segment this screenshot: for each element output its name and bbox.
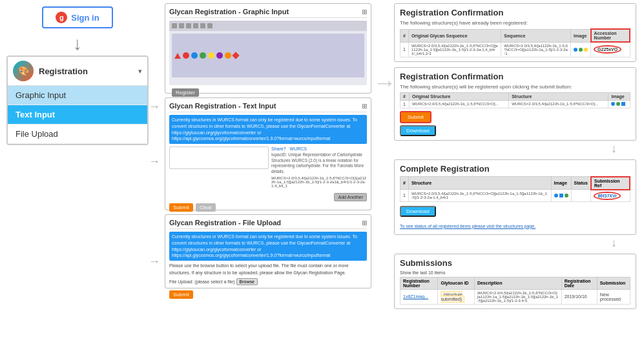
row-num2: 1 xyxy=(400,100,410,108)
reg-conf2-download-button[interactable]: Download xyxy=(400,125,436,136)
sub-glyid: (structure submitted) xyxy=(438,289,474,304)
sub-col-sub: Submission xyxy=(597,277,630,289)
col-sequence: Sequence xyxy=(501,29,571,42)
left-panel: g Sign in ↓ 🎨 Registration ▾ Graphic Inp… xyxy=(6,6,149,145)
col-image: Image xyxy=(571,29,591,42)
sub-desc: WURCS=2.0/4,5/[a2122h-1b_1-5,6*NCC/3=O][… xyxy=(474,289,561,304)
text-input-field[interactable] xyxy=(169,146,269,169)
col-c-image: Image xyxy=(551,177,571,190)
middle-column: Glycan Registration - Graphic Input ⊞ xyxy=(165,3,371,288)
reg-conf2-subtitle: The following structure(s) will be regis… xyxy=(400,84,630,90)
dot-green xyxy=(579,48,583,52)
row-sequence: WURCS=2.0/3,5,4/[a1122h-1b_1-5,6*NCC/3=O… xyxy=(501,42,571,57)
c-row-num: 1 xyxy=(400,190,409,202)
shape-circle-green xyxy=(200,52,206,59)
reg-num-link[interactable]: 1x8Z1mag... xyxy=(403,294,428,299)
graphic-toolbar xyxy=(169,21,367,31)
iupac-note: IupacID: Unique Representation of Carboh… xyxy=(271,152,367,174)
text-input-panel: Glycan Registration - Text Input ⊞ Curre… xyxy=(165,97,371,210)
col-num2: # xyxy=(400,92,410,100)
c-row-image xyxy=(551,190,571,202)
file-instructions: Please use the browse button to select y… xyxy=(169,263,367,276)
complete-reg-download-button[interactable]: Download xyxy=(400,206,436,217)
row-original2: WURCS=2.0/3,5,4/[a2122h-1b_1-5,6*NCC/3=O… xyxy=(409,100,508,108)
text-notice: Currently structures in WURCS format can… xyxy=(169,115,367,144)
shape-circle-orange xyxy=(225,52,231,59)
file-label: File Upload: (please select a file) Brow… xyxy=(169,278,367,285)
sub-col-desc: Description xyxy=(474,277,561,289)
col-original: Original Glycan Sequence xyxy=(408,29,501,42)
dot-yellow xyxy=(584,48,588,52)
reg-conf2-submit-button[interactable]: Submit xyxy=(400,111,431,123)
graphic-register-button[interactable]: Register xyxy=(172,88,199,97)
text-panel-title: Glycan Registration - Text Input ⊞ xyxy=(169,102,367,112)
nav-dropdown-icon[interactable]: ▾ xyxy=(138,67,142,76)
nav-item-text[interactable]: Text Input xyxy=(8,105,147,125)
nav-item-graphic[interactable]: Graphic Input xyxy=(8,86,147,105)
col-c-num: # xyxy=(400,177,409,190)
row-accession: G225xVO xyxy=(591,42,630,57)
row-num: 1 xyxy=(400,42,409,57)
shape-circle-red xyxy=(183,52,189,59)
graphic-canvas xyxy=(172,34,364,77)
file-upload-panel: Glycan Registration - File Upload ⊞ Curr… xyxy=(165,214,371,288)
col-accession: Accession Number xyxy=(591,29,630,42)
complete-reg-title: Complete Registration xyxy=(400,164,630,174)
c-img-dot xyxy=(554,194,558,197)
toolbar-btn-2[interactable] xyxy=(179,23,184,28)
c-row-ref: 86f37XVr xyxy=(591,190,630,202)
nav-item-file[interactable]: File Upload xyxy=(8,125,147,144)
structures-page-link[interactable]: To see status of all registered items pl… xyxy=(400,224,535,228)
toolbar-btn-4[interactable] xyxy=(193,23,198,28)
file-submit-button[interactable]: Submit xyxy=(169,290,193,299)
row-image2 xyxy=(608,100,630,108)
submissions-table: Registration Number Glytoucan ID Descrip… xyxy=(400,277,630,305)
toolbar-btn-6[interactable] xyxy=(207,23,213,28)
shape-diamond-red xyxy=(232,52,239,59)
sub-col-glyid: Glytoucan ID xyxy=(438,277,474,289)
reg-conf1-title: Registration Confirmation xyxy=(400,8,630,17)
sign-in-button[interactable]: g Sign in xyxy=(42,6,113,28)
graphic-panel-icon: ⊞ xyxy=(362,8,367,15)
table-row: 1 WURCS=2.0/3,5,4/[a2122h-1b_1-5,6*NCC/3… xyxy=(400,100,630,108)
submissions-filter: Show the last 10 items xyxy=(400,270,630,275)
row-original: WURCS=2.0/3,5,4/[a2122h-1b_1-5,6*NCC/3=O… xyxy=(408,42,501,57)
text-clear-button[interactable]: Clear xyxy=(196,203,216,212)
nav-title: Registration xyxy=(39,66,133,76)
browse-button[interactable]: Browse xyxy=(236,278,258,285)
c-img-sq xyxy=(559,194,563,197)
c-img-dot2 xyxy=(565,194,568,197)
arrow-down-icon: ↓ xyxy=(6,35,149,53)
nav-logo-icon: 🎨 xyxy=(13,61,34,81)
row-structure2: WURCS=2.0/3,5,4/[a2122h-1b_1-5,6*NCC/3=O… xyxy=(509,100,608,108)
sub-col-regnum: Registration Number xyxy=(400,277,438,289)
shape-circle-yellow xyxy=(208,52,214,59)
submissions-panel: Submissions Show the last 10 items Regis… xyxy=(394,254,636,309)
toolbar-btn-5[interactable] xyxy=(200,23,205,28)
text-output-description: Share? WURCS IupacID: Unique Representat… xyxy=(271,146,367,188)
reg-conf2-title: Registration Confirmation xyxy=(400,72,630,81)
complete-reg-table: # Structure Image Status Submission Ref … xyxy=(400,176,630,202)
right-column: Registration Confirmation The following … xyxy=(394,3,636,309)
arrow-nav-to-graphic: → xyxy=(149,100,160,114)
gly-id-badge: (structure submitted) xyxy=(441,291,464,303)
text-submit-button[interactable]: Submit xyxy=(169,203,193,212)
shape-triangle-red xyxy=(174,53,181,59)
arrow-complete-to-submissions: ↓ xyxy=(394,236,636,250)
text-panel-icon: ⊞ xyxy=(362,103,367,110)
add-another-button[interactable]: Add Another xyxy=(334,193,367,201)
img-sq-blue xyxy=(621,102,625,106)
sign-in-label: Sign in xyxy=(71,13,99,23)
col-c-structure: Structure xyxy=(408,177,551,190)
sub-col-date: Registration Date xyxy=(561,277,597,289)
complete-registration-panel: Complete Registration # Structure Image … xyxy=(394,159,636,235)
file-panel-icon: ⊞ xyxy=(362,219,367,227)
c-row-status xyxy=(571,190,591,202)
toolbar-btn-3[interactable] xyxy=(186,23,191,28)
img-dot-blue xyxy=(611,102,615,106)
nav-items: Graphic Input Text Input File Upload xyxy=(8,86,147,144)
sub-date: 2019/10/10 xyxy=(561,289,597,304)
toolbar-btn-1[interactable] xyxy=(172,23,177,28)
nav-header: 🎨 Registration ▾ xyxy=(8,57,147,86)
file-panel-title: Glycan Registration - File Upload ⊞ xyxy=(169,219,367,229)
